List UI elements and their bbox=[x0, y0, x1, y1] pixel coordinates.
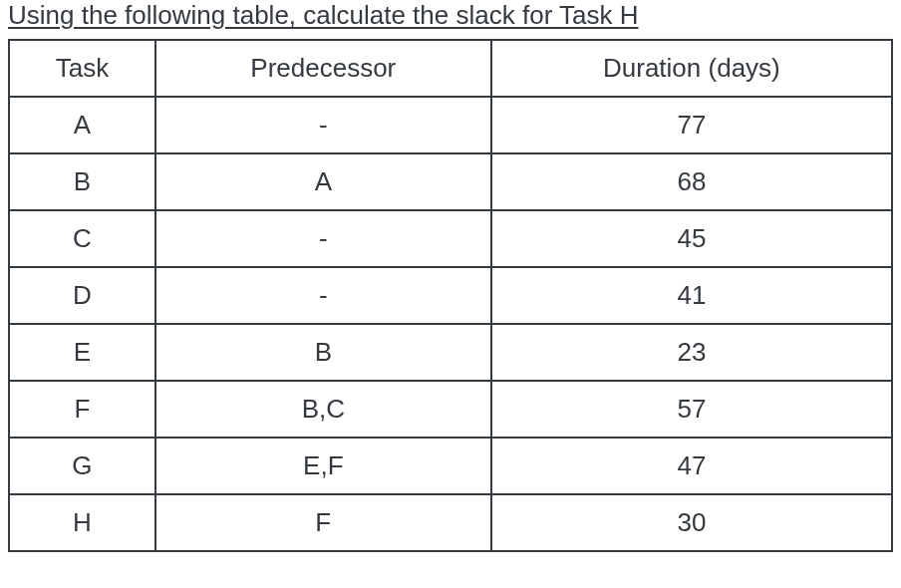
header-duration: Duration (days) bbox=[491, 40, 892, 97]
cell-task: H bbox=[9, 494, 155, 551]
cell-duration: 23 bbox=[491, 324, 892, 381]
table-header-row: Task Predecessor Duration (days) bbox=[9, 40, 892, 97]
cell-task: A bbox=[9, 97, 155, 153]
table-row: G E,F 47 bbox=[9, 438, 892, 494]
cell-task: F bbox=[9, 381, 155, 438]
cell-task: G bbox=[9, 438, 155, 494]
table-row: A - 77 bbox=[9, 97, 892, 153]
cell-predecessor: A bbox=[155, 153, 491, 210]
question-title: Using the following table, calculate the… bbox=[0, 0, 901, 39]
cell-task: B bbox=[9, 153, 155, 210]
cell-predecessor: B,C bbox=[155, 381, 491, 438]
header-predecessor: Predecessor bbox=[155, 40, 491, 97]
cell-predecessor: B bbox=[155, 324, 491, 381]
cell-predecessor: F bbox=[155, 494, 491, 551]
table-wrapper: Task Predecessor Duration (days) A - 77 … bbox=[0, 39, 901, 552]
cell-duration: 77 bbox=[491, 97, 892, 153]
cell-duration: 68 bbox=[491, 153, 892, 210]
table-row: D - 41 bbox=[9, 267, 892, 324]
cell-duration: 57 bbox=[491, 381, 892, 438]
cell-predecessor: E,F bbox=[155, 438, 491, 494]
cell-predecessor: - bbox=[155, 267, 491, 324]
cell-task: E bbox=[9, 324, 155, 381]
cell-task: C bbox=[9, 210, 155, 267]
cell-task: D bbox=[9, 267, 155, 324]
table-row: E B 23 bbox=[9, 324, 892, 381]
cell-duration: 30 bbox=[491, 494, 892, 551]
table-row: B A 68 bbox=[9, 153, 892, 210]
cell-duration: 47 bbox=[491, 438, 892, 494]
cell-duration: 45 bbox=[491, 210, 892, 267]
cell-predecessor: - bbox=[155, 97, 491, 153]
table-row: C - 45 bbox=[9, 210, 892, 267]
task-table: Task Predecessor Duration (days) A - 77 … bbox=[8, 39, 893, 552]
table-row: F B,C 57 bbox=[9, 381, 892, 438]
cell-duration: 41 bbox=[491, 267, 892, 324]
header-task: Task bbox=[9, 40, 155, 97]
cell-predecessor: - bbox=[155, 210, 491, 267]
table-row: H F 30 bbox=[9, 494, 892, 551]
